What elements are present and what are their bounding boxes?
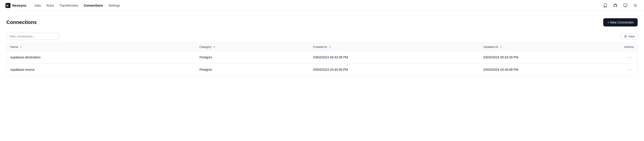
row-actions: ··· xyxy=(618,51,638,63)
row-created: 03/04/2024 03:40:08 PM xyxy=(310,63,480,76)
nav-connections[interactable]: Connections xyxy=(82,3,106,9)
row-name: supabase-destination xyxy=(6,51,196,63)
sort-icon-category: ⇅ xyxy=(213,46,215,49)
svg-line-11 xyxy=(636,4,637,4)
page-title: Connections xyxy=(6,19,37,25)
new-connection-button[interactable]: + New Connection xyxy=(603,18,638,27)
sort-icon-updated: ⇅ xyxy=(500,46,502,49)
row-created: 03/04/2024 05:43:39 PM xyxy=(310,51,480,63)
filter-row: View xyxy=(6,33,638,40)
github-icon[interactable] xyxy=(612,2,618,9)
monitor-icon[interactable] xyxy=(622,2,628,9)
row-updated: 03/04/2024 03:40:08 PM xyxy=(480,63,618,76)
nav-runs[interactable]: Runs xyxy=(44,3,56,9)
brand-icon: N xyxy=(6,3,10,8)
svg-text:N: N xyxy=(6,4,8,7)
svg-point-16 xyxy=(626,36,627,37)
row-category: Postgres xyxy=(196,51,310,63)
row-more-button-1[interactable]: ··· xyxy=(625,67,634,72)
table-row: supabase-source Postgres 03/04/2024 03:4… xyxy=(6,63,638,76)
svg-point-3 xyxy=(634,5,636,7)
nav-jobs[interactable]: Jobs xyxy=(32,3,44,9)
theme-icon[interactable] xyxy=(632,2,638,9)
sort-icon-name: ⇅ xyxy=(20,46,22,49)
navbar-right xyxy=(602,2,638,9)
main-page: Connections + New Connection View Name ⇅ xyxy=(0,11,644,83)
page-header: Connections + New Connection xyxy=(6,18,638,27)
col-header-name[interactable]: Name ⇅ xyxy=(6,43,196,51)
brand-name: Neosync xyxy=(12,4,27,7)
svg-line-6 xyxy=(634,4,634,4)
docs-icon[interactable] xyxy=(602,2,608,9)
row-updated: 03/04/2024 05:43:39 PM xyxy=(480,51,618,63)
row-name: supabase-source xyxy=(6,63,196,76)
sort-icon-created: ⇅ xyxy=(329,46,331,49)
view-button[interactable]: View xyxy=(621,33,638,40)
view-label: View xyxy=(628,35,635,38)
svg-point-15 xyxy=(626,35,627,36)
brand: N Neosync xyxy=(6,3,27,8)
nav-links: Jobs Runs Transformers Connections Setti… xyxy=(32,3,122,9)
view-icon xyxy=(624,35,627,38)
col-header-category[interactable]: Category ⇅ xyxy=(196,43,310,51)
navbar: N Neosync Jobs Runs Transformers Connect… xyxy=(0,0,644,11)
table-row: supabase-destination Postgres 03/04/2024… xyxy=(6,51,638,63)
svg-rect-2 xyxy=(624,4,627,7)
row-actions: ··· xyxy=(618,63,638,76)
row-category: Postgres xyxy=(196,63,310,76)
filter-input[interactable] xyxy=(6,33,59,40)
nav-transformers[interactable]: Transformers xyxy=(57,3,80,9)
col-header-actions: Actions xyxy=(618,43,638,51)
col-header-updated[interactable]: Updated At ⇅ xyxy=(480,43,618,51)
row-more-button-0[interactable]: ··· xyxy=(625,54,634,60)
nav-settings[interactable]: Settings xyxy=(106,3,122,9)
connections-table: Name ⇅ Category ⇅ Created At ⇅ Updated A… xyxy=(6,43,638,76)
table-header-row: Name ⇅ Category ⇅ Created At ⇅ Updated A… xyxy=(6,43,638,51)
col-header-created[interactable]: Created At ⇅ xyxy=(310,43,480,51)
